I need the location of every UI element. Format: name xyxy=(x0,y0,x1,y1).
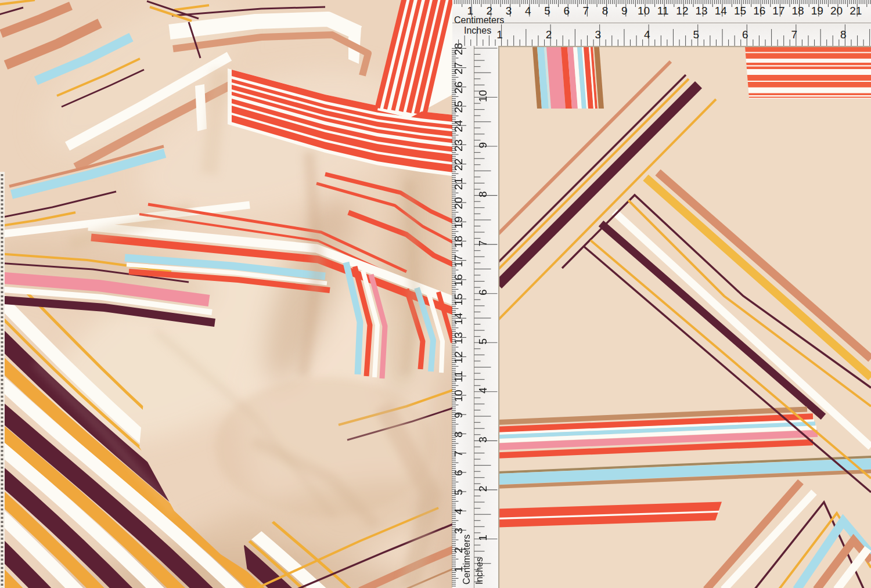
svg-text:6: 6 xyxy=(742,28,748,41)
svg-text:3: 3 xyxy=(452,528,465,534)
svg-text:4: 4 xyxy=(452,508,465,514)
svg-text:1: 1 xyxy=(496,28,503,41)
svg-text:Inches: Inches xyxy=(464,26,491,35)
svg-text:7: 7 xyxy=(583,5,589,17)
svg-text:9: 9 xyxy=(477,142,489,149)
svg-text:4: 4 xyxy=(477,387,489,394)
svg-text:15: 15 xyxy=(734,5,746,17)
svg-text:21: 21 xyxy=(452,178,465,190)
svg-text:27: 27 xyxy=(452,62,465,74)
svg-text:9: 9 xyxy=(452,412,465,419)
svg-text:24: 24 xyxy=(452,120,465,132)
svg-text:6: 6 xyxy=(477,289,489,295)
svg-text:7: 7 xyxy=(477,240,489,247)
svg-text:2: 2 xyxy=(546,28,552,41)
svg-text:9: 9 xyxy=(621,5,628,17)
svg-text:8: 8 xyxy=(477,191,489,197)
svg-text:3: 3 xyxy=(506,5,512,17)
svg-text:Centimeters: Centimeters xyxy=(462,535,472,585)
svg-text:6: 6 xyxy=(563,5,570,17)
svg-text:19: 19 xyxy=(452,217,465,229)
svg-text:25: 25 xyxy=(452,100,465,113)
svg-text:28: 28 xyxy=(452,43,465,55)
svg-text:17: 17 xyxy=(772,5,784,17)
svg-text:5: 5 xyxy=(452,489,465,496)
svg-text:3: 3 xyxy=(595,28,601,41)
svg-text:14: 14 xyxy=(715,5,728,17)
svg-text:23: 23 xyxy=(452,139,465,151)
svg-text:4: 4 xyxy=(644,28,650,41)
svg-text:12: 12 xyxy=(452,351,465,363)
svg-text:8: 8 xyxy=(452,431,465,438)
svg-text:17: 17 xyxy=(452,255,465,267)
svg-text:1: 1 xyxy=(477,535,489,541)
svg-text:5: 5 xyxy=(693,28,700,41)
svg-text:5: 5 xyxy=(544,5,550,17)
svg-text:11: 11 xyxy=(452,371,465,383)
svg-text:6: 6 xyxy=(452,470,465,477)
svg-text:20: 20 xyxy=(830,5,843,17)
svg-text:11: 11 xyxy=(657,5,669,17)
svg-text:16: 16 xyxy=(753,5,765,17)
svg-text:8: 8 xyxy=(840,28,847,41)
svg-text:8: 8 xyxy=(602,5,609,17)
svg-text:21: 21 xyxy=(850,5,862,17)
svg-text:12: 12 xyxy=(676,5,688,17)
svg-text:13: 13 xyxy=(696,5,708,17)
svg-text:15: 15 xyxy=(452,293,465,305)
svg-text:Centimeters: Centimeters xyxy=(454,15,504,25)
svg-text:3: 3 xyxy=(477,437,489,443)
svg-text:7: 7 xyxy=(452,450,465,457)
svg-text:5: 5 xyxy=(477,338,489,345)
svg-text:7: 7 xyxy=(791,28,798,41)
svg-text:19: 19 xyxy=(811,5,823,17)
svg-text:10: 10 xyxy=(638,5,650,17)
svg-text:Inches: Inches xyxy=(474,557,484,585)
svg-text:13: 13 xyxy=(452,332,465,344)
svg-text:22: 22 xyxy=(452,158,465,171)
svg-text:18: 18 xyxy=(452,236,465,248)
svg-text:14: 14 xyxy=(452,312,465,325)
svg-text:4: 4 xyxy=(525,5,531,17)
svg-text:20: 20 xyxy=(452,197,465,209)
svg-text:18: 18 xyxy=(792,5,804,17)
svg-text:10: 10 xyxy=(477,90,489,102)
svg-text:10: 10 xyxy=(452,389,465,402)
svg-text:16: 16 xyxy=(452,274,465,286)
svg-text:2: 2 xyxy=(477,486,489,492)
svg-text:26: 26 xyxy=(452,81,465,93)
